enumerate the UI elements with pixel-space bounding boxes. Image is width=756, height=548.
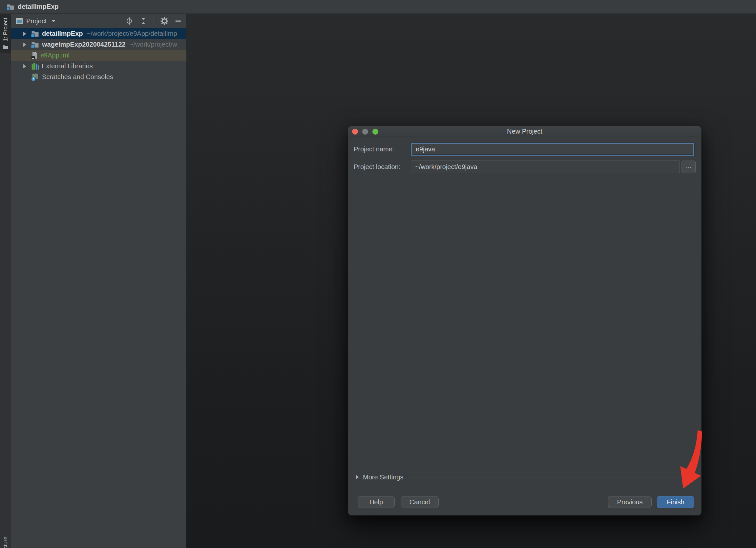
collapse-all-icon[interactable] xyxy=(139,17,147,25)
project-folder-icon xyxy=(31,41,39,48)
tree-item-label: wageImpExp202004251122 xyxy=(42,41,126,48)
expand-arrow-icon[interactable] xyxy=(23,64,26,69)
app-titlebar: detailImpExp xyxy=(0,0,756,14)
tree-item-label: Scratches and Consoles xyxy=(42,73,113,81)
disclosure-arrow-icon xyxy=(356,475,359,479)
new-project-dialog: New Project Project name: Project locati… xyxy=(348,126,702,516)
dialog-titlebar: New Project xyxy=(348,126,701,137)
tree-item-label: e9App.iml xyxy=(40,52,70,59)
more-settings-toggle[interactable]: More Settings xyxy=(356,474,694,481)
panel-title: Project xyxy=(26,17,47,25)
expand-arrow-icon[interactable] xyxy=(23,42,26,47)
folder-icon xyxy=(3,45,8,50)
tree-row-wageimpexp[interactable]: wageImpExp202004251122 ~/work/project/w xyxy=(11,39,186,50)
tree-item-label: External Libraries xyxy=(42,62,93,70)
cancel-button[interactable]: Cancel xyxy=(401,496,439,508)
window-title: detailImpExp xyxy=(18,3,58,11)
separator-line xyxy=(408,477,694,477)
tree-item-label: detailImpExp xyxy=(42,30,83,37)
scratches-icon xyxy=(31,73,39,81)
tree-row-e9app-iml[interactable]: e9App.iml xyxy=(11,50,186,61)
project-panel-header: Project xyxy=(11,14,186,28)
external-libraries-icon xyxy=(31,62,39,70)
previous-button[interactable]: Previous xyxy=(608,496,652,508)
dialog-title: New Project xyxy=(507,128,542,135)
project-view-icon xyxy=(16,18,23,24)
browse-location-button[interactable]: ... xyxy=(682,160,696,173)
chevron-down-icon[interactable] xyxy=(51,20,56,22)
tree-item-path: ~/work/project/w xyxy=(130,41,177,48)
tree-row-detailimpexp[interactable]: detailImpExp ~/work/project/e9App/detail… xyxy=(11,28,186,39)
project-folder-icon xyxy=(7,4,14,10)
tool-button-project-label: 1: Project xyxy=(2,18,9,41)
tree-item-path: ~/work/project/e9App/detailImp xyxy=(87,30,177,37)
project-location-input[interactable] xyxy=(411,160,680,173)
locate-file-icon[interactable] xyxy=(125,17,133,25)
tree-row-scratches[interactable]: Scratches and Consoles xyxy=(11,72,186,82)
project-location-label: Project location: xyxy=(354,160,400,173)
hide-panel-icon[interactable] xyxy=(175,20,181,22)
finish-button[interactable]: Finish xyxy=(657,496,694,508)
minimize-window-icon xyxy=(362,129,368,135)
project-folder-icon xyxy=(31,30,39,37)
more-settings-label: More Settings xyxy=(363,474,403,481)
project-tree: detailImpExp ~/work/project/e9App/detail… xyxy=(11,28,186,82)
zoom-window-icon[interactable] xyxy=(372,129,378,135)
project-name-input[interactable] xyxy=(411,143,694,156)
project-name-label: Project name: xyxy=(354,143,394,156)
tree-row-external-libraries[interactable]: External Libraries xyxy=(11,61,186,72)
tool-button-structure-label: Structure xyxy=(2,537,9,548)
left-tool-strip xyxy=(0,14,11,548)
help-button[interactable]: Help xyxy=(358,496,395,508)
tool-button-structure[interactable]: Structure xyxy=(0,535,11,548)
close-window-icon[interactable] xyxy=(352,129,358,135)
toolbar-separator xyxy=(154,17,154,25)
module-file-icon xyxy=(31,52,37,59)
tool-button-project[interactable]: 1: Project xyxy=(0,14,11,53)
expand-arrow-icon[interactable] xyxy=(23,32,26,36)
project-tool-window: Project xyxy=(11,14,186,548)
settings-gear-icon[interactable] xyxy=(160,17,169,25)
red-arrow-annotation xyxy=(669,427,709,493)
